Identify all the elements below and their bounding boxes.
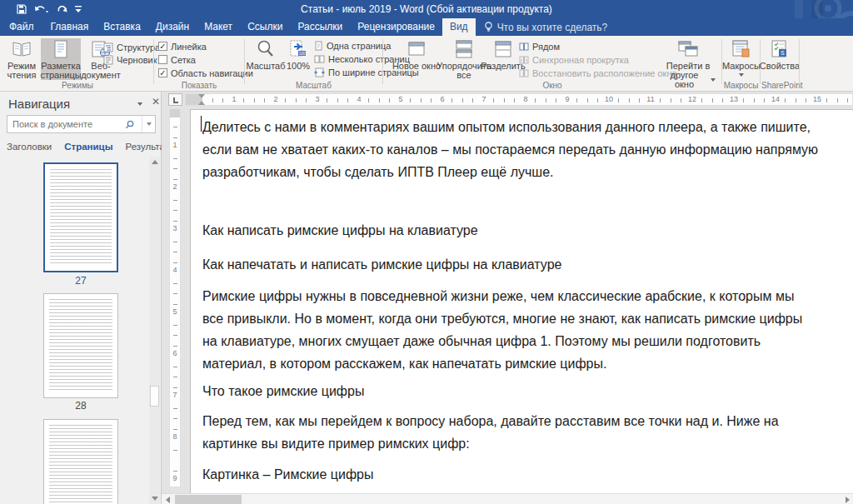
ruler-checkbox-row[interactable]: ✓ Линейка (158, 41, 253, 52)
ruler-mark: 9 (563, 94, 571, 105)
read-mode-button[interactable]: Режим чтения (3, 38, 40, 80)
tell-me-label: Что вы хотите сделать? (497, 22, 608, 33)
gridlines-checkbox[interactable] (158, 55, 167, 64)
qat-customize-icon[interactable] (75, 2, 82, 17)
ruler-mark: 7 (480, 94, 487, 105)
horizontal-ruler[interactable]: 1 2 3 4 5 6 7 8 9 10 11 12 13 14 15 (185, 93, 853, 106)
text-line: если вам не хватает каких-то каналов – м… (202, 138, 853, 161)
thumbnail-content (50, 169, 112, 266)
split-button[interactable]: Разделить (485, 38, 521, 71)
text-line: Перед тем, как мы перейдем к вопросу наб… (202, 410, 853, 432)
nav-tab-headings[interactable]: Заголовки (7, 142, 52, 152)
scroll-down-icon[interactable] (149, 493, 160, 504)
outline-view-button[interactable]: Структура (103, 42, 160, 52)
document-search-box[interactable] (7, 115, 156, 133)
nav-tab-pages-active[interactable]: Страницы (64, 142, 112, 152)
redo-icon[interactable] (57, 2, 67, 17)
arrange-all-button[interactable]: Упорядочить все (444, 38, 484, 80)
text-line: Картинка – Римские цифры (202, 463, 853, 486)
view-side-by-side-button[interactable]: Рядом (519, 41, 677, 52)
page-thumbnail-27[interactable] (43, 162, 118, 272)
search-input[interactable] (7, 119, 125, 129)
ruler-mark: 14 (770, 94, 781, 105)
tab-stop-selector[interactable] (168, 93, 182, 106)
text-line: Римские цифры нужны в повседневной жизни… (202, 285, 853, 307)
tab-references[interactable]: Ссылки (240, 18, 290, 36)
ruler-margin-zone (170, 109, 180, 117)
scroll-up-icon[interactable] (149, 157, 160, 167)
window-title: Статьи - июль 2019 - Word (Сбой активаци… (0, 0, 853, 18)
heading-line: Как напечатать и написать римские цифры … (202, 253, 853, 276)
text-line: на клавиатуре, многих смущает даже обычн… (202, 330, 853, 352)
hanging-indent-marker[interactable] (198, 101, 205, 105)
zoom-100-button[interactable]: 100 100% (285, 38, 312, 71)
print-layout-icon (52, 38, 69, 60)
page-thumbnail-29[interactable] (43, 419, 118, 504)
synchronous-scrolling-button: Синхронная прокрутка (519, 54, 677, 65)
scrollbar-thumb[interactable] (150, 386, 159, 407)
tab-home[interactable]: Главная (43, 18, 97, 36)
scroll-left-icon[interactable] (162, 495, 172, 504)
navigation-pane-checkbox-row[interactable]: ✓ Область навигации (158, 67, 253, 78)
tell-me-box[interactable]: Что вы хотите сделать? (476, 18, 616, 36)
draft-icon (103, 55, 113, 65)
draft-view-button[interactable]: Черновик (103, 54, 160, 65)
side-by-side-label: Рядом (532, 42, 560, 52)
first-line-indent-marker[interactable] (198, 94, 205, 98)
ruler-mark: 6 (170, 349, 180, 357)
tab-review[interactable]: Рецензирование (350, 18, 442, 36)
split-icon (493, 38, 513, 60)
navigation-pane-checkbox[interactable]: ✓ (158, 68, 167, 77)
print-layout-button[interactable]: Разметка страницы (41, 38, 81, 80)
gridlines-label: Сетка (171, 55, 196, 65)
ruler-mark: 3 (313, 94, 321, 105)
group-label-show: Показать (155, 81, 243, 90)
read-mode-label: Режим чтения (3, 62, 40, 80)
ruler-mark: 13 (728, 94, 740, 105)
vertical-ruler[interactable]: 1 2 3 4 5 6 7 8 9 (169, 108, 181, 487)
macros-button[interactable]: Макросы (725, 38, 758, 77)
horizontal-scrollbar[interactable] (162, 493, 853, 504)
scrollbar-thumb[interactable] (175, 495, 242, 504)
properties-icon: S (769, 38, 791, 60)
document-page[interactable]: Делитесь с нами в комментариях вашим опы… (190, 109, 853, 494)
scroll-right-icon[interactable] (842, 495, 852, 504)
text-line: картинке вы видите пример римских цифр: (202, 432, 853, 455)
macros-label: Макросы (722, 62, 761, 71)
ruler-mark: 12 (686, 94, 698, 105)
tab-view-active[interactable]: Вид (442, 18, 476, 36)
page-thumbnail-28[interactable] (43, 293, 118, 398)
word-window: Статьи - июль 2019 - Word (Сбой активаци… (0, 0, 853, 504)
ruler-mark: 6 (438, 94, 446, 105)
text-line: материал, в котором расскажем, как напеч… (202, 352, 853, 375)
gridlines-checkbox-row[interactable]: Сетка (158, 54, 253, 65)
tab-layout[interactable]: Макет (197, 18, 240, 36)
undo-icon[interactable] (34, 2, 49, 17)
group-label-sharepoint: SharePoint (761, 81, 798, 90)
zoom-label: Масштаб (246, 62, 285, 71)
navigation-close-icon[interactable]: ✕ (150, 96, 162, 107)
print-layout-label: Разметка страницы (40, 62, 81, 80)
tab-mailings[interactable]: Рассылки (290, 18, 350, 36)
navigation-options-caret-icon[interactable] (137, 102, 142, 106)
page-width-icon (314, 67, 325, 77)
reset-window-position-label: Восстановить расположение окна (532, 68, 677, 78)
zoom-button[interactable]: Масштаб (247, 38, 284, 71)
save-icon[interactable] (17, 2, 27, 17)
lightbulb-icon (484, 22, 493, 32)
search-options-caret-icon[interactable] (142, 116, 155, 132)
navigation-scrollbar[interactable] (149, 157, 160, 504)
tab-insert[interactable]: Вставка (96, 18, 148, 36)
ruler-checkbox[interactable]: ✓ (158, 42, 167, 51)
ruler-mark: 2 (170, 182, 180, 191)
search-icon[interactable] (125, 120, 142, 129)
document-area: 1 2 3 4 5 6 7 8 9 10 11 12 13 14 15 1 2 … (162, 92, 853, 504)
group-label-zoom: Масштаб (246, 81, 382, 90)
tab-design[interactable]: Дизайн (148, 18, 197, 36)
reset-window-position-button: Восстановить расположение окна (519, 67, 677, 78)
tab-file[interactable]: Файл (0, 18, 43, 36)
new-window-button[interactable]: Новое окно (391, 38, 442, 71)
properties-button[interactable]: S Свойства (763, 38, 796, 71)
ruler-mark: 10 (603, 94, 615, 105)
navigation-pane-label: Область навигации (171, 68, 253, 78)
